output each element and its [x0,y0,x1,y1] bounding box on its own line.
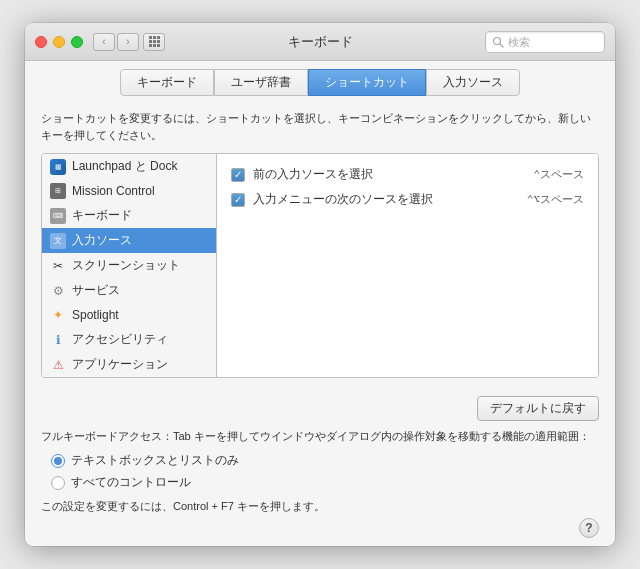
radio-btn-all-controls[interactable] [51,476,65,490]
forward-button[interactable]: › [117,33,139,51]
mission-control-icon: ⊞ [50,183,66,199]
shortcut-row-prev-input[interactable]: ✓ 前の入力ソースを選択 ⌃スペース [225,162,590,187]
sidebar-item-input-sources[interactable]: 文 入力ソース [42,228,216,253]
nav-buttons: ‹ › [93,33,139,51]
maximize-button[interactable] [71,36,83,48]
checkmark-next-input-menu: ✓ [234,195,242,205]
keyboard-icon: ⌨ [50,208,66,224]
sidebar-label-launchpad-dock: Launchpad と Dock [72,158,177,175]
window-title: キーボード [288,33,353,51]
note-text: この設定を変更するには、Control + F7 キーを押します。 [41,499,599,514]
shortcut-key-next-input-menu: ⌃⌥スペース [527,192,584,207]
bottom-area: デフォルトに戻す フルキーボードアクセス：Tab キーを押してウインドウやダイア… [25,388,615,514]
apps-icon: ⚠ [50,357,66,373]
access-description: フルキーボードアクセス：Tab キーを押してウインドウやダイアログ内の操作対象を… [41,429,599,444]
sidebar-item-screenshot[interactable]: ✂ スクリーンショット [42,253,216,278]
search-input[interactable] [508,36,598,48]
screenshot-icon: ✂ [50,258,66,274]
accessibility-icon: ℹ [50,332,66,348]
services-icon: ⚙ [50,283,66,299]
shortcut-label-next-input-menu: 入力メニューの次のソースを選択 [253,191,519,208]
svg-line-1 [500,43,504,47]
sidebar-label-keyboard: キーボード [72,207,132,224]
sidebar-item-launchpad-dock[interactable]: ▦ Launchpad と Dock [42,154,216,179]
sidebar-label-services: サービス [72,282,120,299]
radio-label-all-controls: すべてのコントロール [71,474,191,491]
shortcut-label-prev-input: 前の入力ソースを選択 [253,166,525,183]
main-panel: ▦ Launchpad と Dock ⊞ Mission Control [41,153,599,378]
minimize-button[interactable] [53,36,65,48]
radio-label-text-list: テキストボックスとリストのみ [71,452,239,469]
help-row: ? [25,514,615,546]
sidebar-item-services[interactable]: ⚙ サービス [42,278,216,303]
tab-keyboard[interactable]: キーボード [120,69,214,96]
checkbox-prev-input[interactable]: ✓ [231,168,245,182]
input-sources-icon: 文 [50,233,66,249]
sidebar-item-accessibility[interactable]: ℹ アクセシビリティ [42,327,216,352]
sidebar-item-spotlight[interactable]: ✦ Spotlight [42,303,216,327]
default-button[interactable]: デフォルトに戻す [477,396,599,421]
shortcut-row-next-input-menu[interactable]: ✓ 入力メニューの次のソースを選択 ⌃⌥スペース [225,187,590,212]
back-button[interactable]: ‹ [93,33,115,51]
sidebar: ▦ Launchpad と Dock ⊞ Mission Control [42,154,217,377]
sidebar-label-accessibility: アクセシビリティ [72,331,168,348]
tabs-bar: キーボード ユーザ辞書 ショートカット 入力ソース [25,61,615,100]
traffic-lights [35,36,83,48]
help-button[interactable]: ? [579,518,599,538]
sidebar-label-spotlight: Spotlight [72,308,119,322]
sidebar-label-apps: アプリケーション [72,356,168,373]
radio-dot-text-list [54,457,62,465]
description-text: ショートカットを変更するには、ショートカットを選択し、キーコンビネーションをクリ… [41,110,599,143]
close-button[interactable] [35,36,47,48]
grid-button[interactable] [143,33,165,51]
right-panel: ✓ 前の入力ソースを選択 ⌃スペース ✓ 入力メニューの次のソースを選択 ⌃⌥ス… [217,154,598,377]
launchpad-dock-icon: ▦ [50,159,66,175]
shortcut-key-prev-input: ⌃スペース [533,167,584,182]
checkmark-prev-input: ✓ [234,170,242,180]
search-box[interactable] [485,31,605,53]
sidebar-label-screenshot: スクリーンショット [72,257,180,274]
radio-all-controls[interactable]: すべてのコントロール [51,474,599,491]
content-area: ショートカットを変更するには、ショートカットを選択し、キーコンビネーションをクリ… [25,100,615,388]
sidebar-label-mission-control: Mission Control [72,184,155,198]
radio-text-list[interactable]: テキストボックスとリストのみ [51,452,599,469]
radio-btn-text-list[interactable] [51,454,65,468]
search-icon [492,36,504,48]
sidebar-label-input-sources: 入力ソース [72,232,132,249]
tab-user-dict[interactable]: ユーザ辞書 [214,69,308,96]
tab-input-sources[interactable]: 入力ソース [426,69,520,96]
spotlight-icon: ✦ [50,307,66,323]
default-btn-row: デフォルトに戻す [41,396,599,421]
sidebar-item-apps[interactable]: ⚠ アプリケーション [42,352,216,377]
titlebar: ‹ › キーボード [25,23,615,61]
tab-shortcuts[interactable]: ショートカット [308,69,426,96]
checkbox-next-input-menu[interactable]: ✓ [231,193,245,207]
grid-icon [149,36,160,47]
sidebar-item-keyboard[interactable]: ⌨ キーボード [42,203,216,228]
radio-group: テキストボックスとリストのみ すべてのコントロール [51,452,599,491]
sidebar-item-mission-control[interactable]: ⊞ Mission Control [42,179,216,203]
keyboard-window: ‹ › キーボード キーボード ユーザ辞書 ショートカット 入力ソース ショート… [25,23,615,546]
